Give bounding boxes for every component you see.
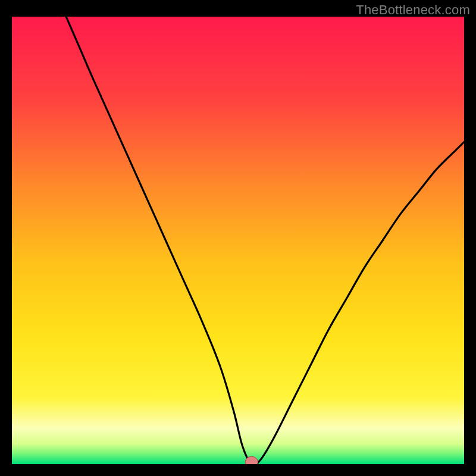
bottleneck-chart — [12, 17, 464, 464]
watermark-text: TheBottleneck.com — [356, 2, 470, 18]
plot-area — [12, 17, 464, 464]
chart-stage: TheBottleneck.com — [0, 0, 476, 476]
gradient-background — [12, 17, 464, 464]
